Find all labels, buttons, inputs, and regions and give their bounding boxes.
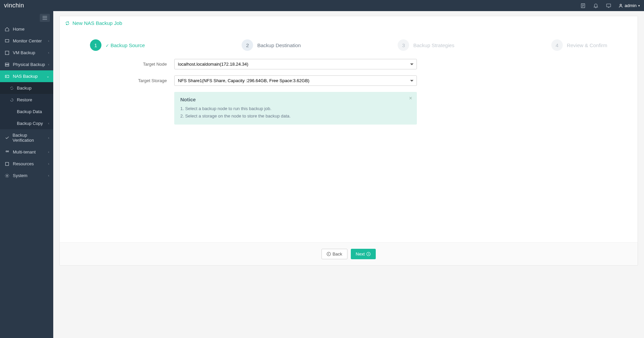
chevron-left-icon: ‹ — [48, 51, 49, 55]
chevron-left-icon: ‹ — [48, 174, 49, 177]
svg-point-9 — [7, 150, 9, 152]
sidebar-sub-restore[interactable]: Restore — [0, 94, 53, 106]
target-node-select[interactable]: localhost.localdomain(172.18.24.34) — [174, 59, 417, 69]
brand-logo: vinchin — [4, 2, 24, 9]
sidebar-sub-backup[interactable]: Backup — [0, 82, 53, 94]
admin-label: admin — [625, 3, 637, 8]
sidebar-item-multi-tenant[interactable]: Multi-tenant ‹ — [0, 146, 53, 158]
arrow-right-icon — [366, 252, 371, 256]
sidebar-item-label: Monitor Center — [13, 38, 42, 43]
svg-rect-10 — [5, 162, 8, 165]
step-label-text: Review & Confirm — [567, 42, 607, 48]
notes-icon[interactable] — [580, 3, 586, 9]
topbar-right: admin ▾ — [580, 3, 640, 9]
check-icon: ✓ — [105, 43, 109, 48]
sidebar: Home Monitor Center ‹ VM Backup ‹ Physic… — [0, 11, 53, 338]
sidebar-item-label: System — [13, 173, 27, 178]
page-title-text: New NAS Backup Job — [72, 20, 122, 26]
nas-submenu: Backup Restore Backup Data Backup Copy ‹ — [0, 82, 53, 129]
step-backup-strategies[interactable]: 3 Backup Strategies — [398, 39, 454, 51]
sidebar-sub-backup-data[interactable]: Backup Data — [0, 106, 53, 117]
page-title: New NAS Backup Job — [60, 16, 638, 30]
target-node-row: Target Node localhost.localdomain(172.18… — [87, 59, 611, 69]
monitor-center-icon — [4, 39, 10, 43]
target-storage-row: Target Storage NFS Share1(NFS Share, Cap… — [87, 75, 611, 86]
step-label-text: Backup Destination — [257, 42, 301, 48]
sidebar-item-monitor[interactable]: Monitor Center ‹ — [0, 35, 53, 47]
sidebar-item-nas-backup[interactable]: NAS Backup ⌄ — [0, 70, 53, 82]
step-number: 1 — [90, 39, 101, 51]
svg-rect-3 — [5, 39, 9, 42]
chevron-left-icon: ‹ — [48, 162, 49, 166]
svg-point-2 — [620, 4, 621, 6]
chevron-left-icon: ‹ — [48, 150, 49, 154]
arrow-left-icon — [327, 252, 331, 256]
sidebar-item-label: Restore — [17, 97, 32, 102]
restore-icon — [9, 98, 14, 102]
chevron-down-icon: ▾ — [638, 4, 640, 7]
sidebar-item-label: Multi-tenant — [13, 149, 36, 155]
svg-rect-4 — [5, 51, 9, 55]
sidebar-item-backup-verification[interactable]: Backup Verification ‹ — [0, 129, 53, 146]
gear-icon — [4, 173, 10, 178]
home-icon — [4, 27, 10, 32]
svg-rect-6 — [5, 65, 9, 66]
chevron-left-icon: ‹ — [48, 136, 49, 140]
wizard-steps: 1 ✓Backup Source 2 Backup Destination 3 … — [87, 35, 611, 59]
chevron-left-icon: ‹ — [48, 63, 49, 66]
next-button[interactable]: Next — [351, 249, 376, 259]
sidebar-item-label: NAS Backup — [13, 74, 38, 79]
sidebar-item-label: Backup — [17, 86, 31, 91]
target-storage-select[interactable]: NFS Share1(NFS Share, Capacity :296.64GB… — [174, 75, 417, 86]
notice-line: 1. Select a backup node to run this back… — [180, 105, 411, 112]
svg-point-12 — [327, 252, 331, 256]
svg-rect-5 — [5, 63, 9, 64]
notice-title: Notice — [180, 97, 411, 102]
sidebar-item-physical-backup[interactable]: Physical Backup ‹ — [0, 59, 53, 70]
step-backup-source[interactable]: 1 ✓Backup Source — [90, 39, 145, 51]
step-number: 3 — [398, 39, 409, 51]
bell-icon[interactable] — [593, 3, 599, 9]
chevron-left-icon: ‹ — [48, 122, 49, 125]
wizard-footer: Back Next — [60, 242, 638, 265]
notice-line: 2. Select a storage on the node to store… — [180, 112, 411, 120]
step-label-text: Backup Strategies — [413, 42, 454, 48]
sidebar-item-vm-backup[interactable]: VM Backup ‹ — [0, 47, 53, 59]
vm-icon — [4, 50, 10, 55]
chevron-down-icon: ⌄ — [47, 74, 49, 78]
sidebar-item-label: Backup Copy — [17, 121, 43, 126]
copy-icon — [9, 121, 14, 126]
resources-icon — [4, 162, 10, 166]
verify-icon — [4, 135, 10, 140]
step-number: 4 — [551, 39, 563, 51]
sidebar-item-label: Resources — [13, 161, 34, 166]
monitor-icon[interactable] — [606, 3, 612, 9]
sidebar-sub-backup-copy[interactable]: Backup Copy ‹ — [0, 117, 53, 129]
admin-menu[interactable]: admin ▾ — [618, 3, 640, 8]
svg-point-11 — [6, 175, 8, 176]
svg-rect-1 — [607, 4, 611, 7]
sidebar-item-label: VM Backup — [13, 50, 35, 55]
sidebar-item-resources[interactable]: Resources ‹ — [0, 158, 53, 170]
back-button[interactable]: Back — [321, 249, 347, 259]
next-button-label: Next — [356, 251, 365, 257]
sidebar-item-home[interactable]: Home — [0, 23, 53, 35]
topbar: vinchin admin ▾ — [0, 0, 644, 11]
sidebar-item-label: Backup Verification — [12, 133, 48, 143]
target-storage-label: Target Storage — [87, 78, 174, 83]
data-icon — [9, 109, 14, 114]
user-icon — [618, 3, 623, 8]
sidebar-item-system[interactable]: System ‹ — [0, 170, 53, 181]
nas-icon — [4, 74, 10, 79]
step-review-confirm[interactable]: 4 Review & Confirm — [551, 39, 607, 51]
refresh-icon — [65, 21, 70, 26]
step-label-text: Backup Source — [111, 42, 145, 48]
sidebar-item-label: Backup Data — [17, 109, 42, 114]
close-icon[interactable]: × — [409, 95, 412, 101]
wizard-panel: New NAS Backup Job 1 ✓Backup Source 2 Ba… — [59, 16, 638, 266]
step-backup-destination[interactable]: 2 Backup Destination — [242, 39, 301, 51]
svg-point-13 — [367, 252, 370, 256]
refresh-icon — [9, 86, 14, 91]
menu-toggle-button[interactable] — [40, 14, 50, 22]
back-button-label: Back — [333, 251, 342, 257]
